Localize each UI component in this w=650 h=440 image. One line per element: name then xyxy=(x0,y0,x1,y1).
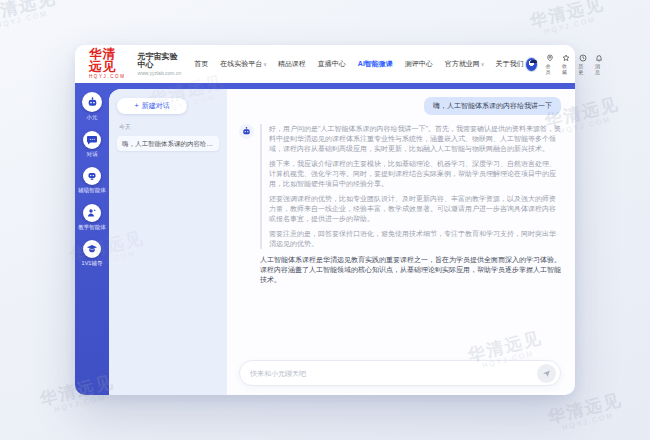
chevron-down-icon: ∨ xyxy=(263,61,267,67)
star-icon xyxy=(562,54,570,62)
assistant-bot-icon xyxy=(83,167,101,185)
brand-name: 华清远见 xyxy=(89,48,126,73)
new-chat-button[interactable]: + 新建对话 xyxy=(117,98,187,114)
rail-item-teaching-agent[interactable]: 教学智能体 xyxy=(78,204,106,231)
user-message-row: 嗨，人工智能体系课的内容给我讲一下 xyxy=(239,97,561,115)
main-nav: 首页 在线实验平台∨ 精品课程 直播中心 AI智能微课 测评中心 xyxy=(194,59,524,69)
brand-watermark: 华清远见HQYJ.COM xyxy=(546,391,626,434)
nav-about[interactable]: 关于我们 xyxy=(496,59,525,69)
graduation-cap-icon xyxy=(83,240,101,258)
favorites-button[interactable]: 收藏 xyxy=(562,54,570,75)
robot-avatar-icon xyxy=(82,92,102,112)
user-avatar[interactable] xyxy=(525,57,538,72)
ai-answer-text: 人工智能体系课程是华清远见教育实践的重要课程之一，旨在为学员提供全面而深入的学习… xyxy=(260,255,561,285)
member-button[interactable]: 会员 xyxy=(546,54,554,75)
chat-input[interactable] xyxy=(250,370,537,377)
unit-name: 元宇宙实验中心 xyxy=(138,53,182,69)
nav-ai-micro-course[interactable]: AI智能微课 xyxy=(358,59,394,69)
chat-input-bar xyxy=(239,360,561,386)
pin-icon xyxy=(546,54,554,62)
teacher-icon xyxy=(83,204,101,222)
page-background: 华清远见HQYJ.COM 华清远见HQYJ.COM 华清远见HQYJ.COM 华… xyxy=(0,0,650,440)
nav-home[interactable]: 首页 xyxy=(194,59,209,69)
chat-icon xyxy=(83,131,101,149)
conversation-group-label: 今天 xyxy=(119,123,217,132)
nav-live-center[interactable]: 直播中心 xyxy=(318,59,347,69)
app-window: 华清远见 HQYJ.COM 元宇宙实验中心 www.yyzlab.com.cn … xyxy=(75,45,575,395)
conversation-panel: + 新建对话 今天 嗨，人工智能体系课的内容给我讲一... xyxy=(109,89,227,395)
ai-message-row: 好，用户问的是"人工智能体系课的内容给我讲一下"。首先，我需要确认提供的资料来源… xyxy=(239,124,561,360)
history-button[interactable]: 历史 xyxy=(579,54,587,75)
conversation-list-item[interactable]: 嗨，人工智能体系课的内容给我讲一... xyxy=(117,136,219,151)
rail-item-xiaoyuan[interactable]: 小元 xyxy=(78,92,106,121)
left-rail: 小元 对话 xyxy=(75,83,109,395)
thinking-paragraph: 接下来，我应该介绍课程的主要模块，比如基础理论、机器学习、深度学习、自然语言处理… xyxy=(269,159,561,189)
app-body: 小元 对话 xyxy=(75,83,575,395)
brand-watermark: 华清远见HQYJ.COM xyxy=(0,0,60,32)
messages-button[interactable]: 消息 xyxy=(595,54,603,75)
plus-icon: + xyxy=(134,102,139,110)
thinking-paragraph: 还要强调课程的优势，比如专业团队设计、及时更新内容、丰富的教学资源，以及强大的师… xyxy=(269,194,561,224)
chat-area: 嗨，人工智能体系课的内容给我讲一下 好，用户问的是" xyxy=(227,89,575,395)
clock-icon xyxy=(579,54,587,62)
brand-domain: HQYJ.COM xyxy=(89,75,126,80)
rail-item-1v1-tutoring[interactable]: 1V1辅导 xyxy=(78,240,106,267)
brand-watermark: 华清远见HQYJ.COM xyxy=(528,0,608,38)
user-message-bubble: 嗨，人工智能体系课的内容给我讲一下 xyxy=(424,97,561,115)
ai-thinking-block: 好，用户问的是"人工智能体系课的内容给我讲一下"。首先，我需要确认提供的资料来源… xyxy=(260,124,561,249)
nav-courses[interactable]: 精品课程 xyxy=(278,59,307,69)
nav-jobs[interactable]: 官方就业网∨ xyxy=(445,59,485,69)
rail-item-assistant-agent[interactable]: 辅助智能体 xyxy=(78,167,106,194)
paper-plane-icon xyxy=(542,369,551,378)
unit-url: www.yyzlab.com.cn xyxy=(138,71,182,76)
rail-item-chat[interactable]: 对话 xyxy=(78,131,106,158)
inner-container: + 新建对话 今天 嗨，人工智能体系课的内容给我讲一... 嗨，人工智能体系课的… xyxy=(109,89,575,395)
ai-robot-avatar-icon xyxy=(239,124,254,139)
header-actions: 会员 收藏 历史 消息 xyxy=(525,54,604,75)
nav-assessment-center[interactable]: 测评中心 xyxy=(405,59,434,69)
chevron-down-icon: ∨ xyxy=(481,61,485,67)
thinking-paragraph: 需要注意的是，回答要保持口语化，避免使用技术细节，专注于教育和学习支持，同时突出… xyxy=(269,229,561,249)
site-header: 华清远见 HQYJ.COM 元宇宙实验中心 www.yyzlab.com.cn … xyxy=(75,45,575,83)
thinking-paragraph: 好，用户问的是"人工智能体系课的内容给我讲一下"。首先，我需要确认提供的资料来源… xyxy=(269,124,561,154)
brand-logo[interactable]: 华清远见 HQYJ.COM xyxy=(89,48,126,80)
ai-message-content: 好，用户问的是"人工智能体系课的内容给我讲一下"。首先，我需要确认提供的资料来源… xyxy=(260,124,561,360)
nav-online-lab[interactable]: 在线实验平台∨ xyxy=(220,59,267,69)
bell-icon xyxy=(595,54,603,62)
unit-title: 元宇宙实验中心 www.yyzlab.com.cn xyxy=(138,53,182,76)
send-button[interactable] xyxy=(537,364,556,383)
